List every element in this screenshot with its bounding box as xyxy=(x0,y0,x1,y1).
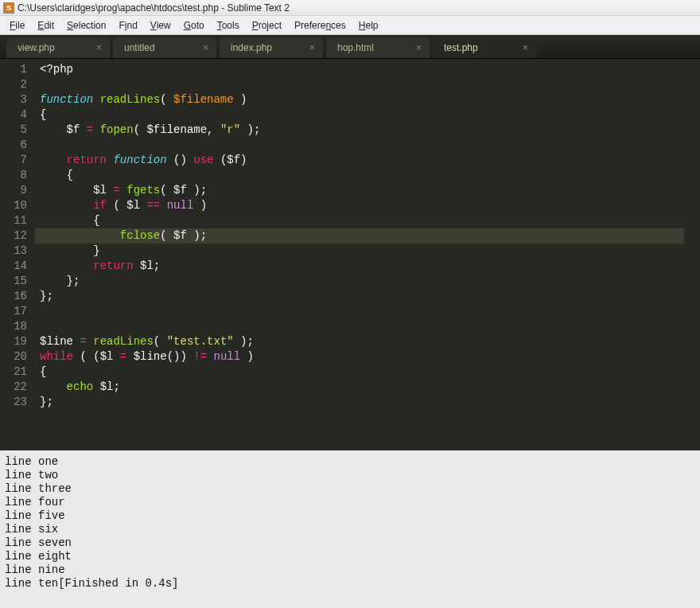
tab-test-php[interactable]: test.php× xyxy=(433,37,536,58)
code-line[interactable]: $l = fgets( $f ); xyxy=(35,183,684,198)
menubar: FileEditSelectionFindViewGotoToolsProjec… xyxy=(0,16,700,35)
menu-find[interactable]: Find xyxy=(112,18,143,33)
code-line[interactable]: return function () use ($f) xyxy=(35,153,684,168)
line-number: 21 xyxy=(3,364,27,380)
gutter: 1234567891011121314151617181920212223 xyxy=(0,59,35,450)
line-number: 18 xyxy=(3,319,27,334)
code-line[interactable]: fclose( $f ); xyxy=(35,228,684,244)
line-number: 7 xyxy=(3,153,27,168)
tab-index-php[interactable]: index.php× xyxy=(220,37,323,58)
code-line[interactable]: { xyxy=(35,364,684,380)
code-line[interactable]: }; xyxy=(35,289,684,304)
menu-selection[interactable]: Selection xyxy=(60,18,112,33)
editor[interactable]: 1234567891011121314151617181920212223 <?… xyxy=(0,59,700,450)
tab-hop-html[interactable]: hop.html× xyxy=(326,37,430,58)
menu-view[interactable]: View xyxy=(144,18,177,33)
line-number: 14 xyxy=(3,259,27,274)
menu-file[interactable]: File xyxy=(3,18,31,33)
line-number: 11 xyxy=(3,213,27,228)
line-number: 19 xyxy=(3,334,27,349)
line-number: 15 xyxy=(3,274,27,289)
code-line[interactable]: function readLines( $filename ) xyxy=(35,92,684,107)
code-line[interactable]: <?php xyxy=(35,62,684,77)
output-panel: line one line two line three line four l… xyxy=(0,450,700,608)
line-number: 10 xyxy=(3,198,27,213)
line-number: 12 xyxy=(3,228,27,244)
tab-view-php[interactable]: view.php× xyxy=(6,37,110,58)
code-line[interactable]: { xyxy=(35,213,684,228)
line-number: 5 xyxy=(3,123,27,138)
tab-label: untitled xyxy=(124,42,155,53)
close-icon[interactable]: × xyxy=(96,42,102,53)
line-number: 9 xyxy=(3,183,27,198)
menu-tools[interactable]: Tools xyxy=(211,18,246,33)
tab-label: test.php xyxy=(444,42,478,53)
menu-preferences[interactable]: Preferences xyxy=(288,18,352,33)
close-icon[interactable]: × xyxy=(203,42,208,53)
code-line[interactable]: }; xyxy=(35,395,684,410)
line-number: 8 xyxy=(3,168,27,183)
code-line[interactable]: $line = readLines( "test.txt" ); xyxy=(35,334,684,349)
line-number: 17 xyxy=(3,304,27,319)
line-number: 3 xyxy=(3,92,27,107)
code-line[interactable] xyxy=(35,138,684,153)
line-number: 6 xyxy=(3,138,27,153)
code-line[interactable]: echo $l; xyxy=(35,380,684,395)
menu-edit[interactable]: Edit xyxy=(31,18,60,33)
titlebar: S C:\Users\claridges\prog\apache\htdocs\… xyxy=(0,0,700,16)
line-number: 13 xyxy=(3,244,27,259)
code-line[interactable] xyxy=(35,304,684,319)
line-number: 1 xyxy=(3,62,27,77)
code-line[interactable] xyxy=(35,319,684,334)
minimap[interactable] xyxy=(684,59,700,450)
tab-label: hop.html xyxy=(337,42,374,53)
menu-help[interactable]: Help xyxy=(352,18,385,33)
line-number: 20 xyxy=(3,349,27,364)
tab-label: view.php xyxy=(18,42,55,53)
code-line[interactable]: $f = fopen( $filename, "r" ); xyxy=(35,123,684,138)
close-icon[interactable]: × xyxy=(523,42,528,53)
code-line[interactable]: while ( ($l = $line()) != null ) xyxy=(35,349,684,364)
menu-goto[interactable]: Goto xyxy=(177,18,211,33)
close-icon[interactable]: × xyxy=(309,42,315,53)
code-area[interactable]: <?php function readLines( $filename ){ $… xyxy=(35,59,684,450)
code-line[interactable]: return $l; xyxy=(35,259,684,274)
close-icon[interactable]: × xyxy=(416,42,422,53)
code-line[interactable]: } xyxy=(35,244,684,259)
line-number: 22 xyxy=(3,380,27,395)
menu-project[interactable]: Project xyxy=(246,18,288,33)
code-line[interactable] xyxy=(35,77,684,92)
line-number: 2 xyxy=(3,77,27,92)
code-line[interactable]: { xyxy=(35,107,684,123)
line-number: 4 xyxy=(3,107,27,123)
tab-label: index.php xyxy=(231,42,272,53)
tab-untitled[interactable]: untitled× xyxy=(113,37,216,58)
code-line[interactable]: if ( $l == null ) xyxy=(35,198,684,213)
code-line[interactable]: }; xyxy=(35,274,684,289)
app-icon: S xyxy=(3,2,14,14)
tabbar: view.php×untitled×index.php×hop.html×tes… xyxy=(0,35,700,59)
line-number: 16 xyxy=(3,289,27,304)
window-title: C:\Users\claridges\prog\apache\htdocs\te… xyxy=(18,2,290,14)
code-line[interactable]: { xyxy=(35,168,684,183)
line-number: 23 xyxy=(3,395,27,410)
